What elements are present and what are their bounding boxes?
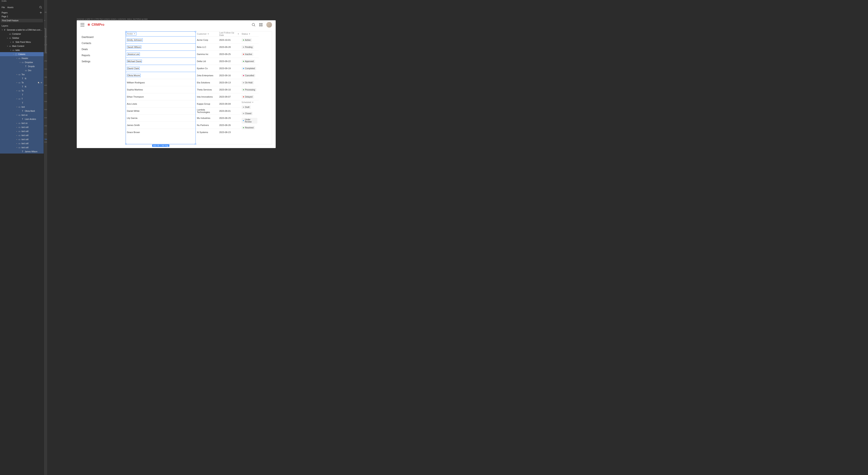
status-text: Processing (245, 89, 255, 91)
table-cell: 2023-09-10 (218, 86, 240, 93)
table-cell: Delta Ltd (196, 58, 218, 65)
assets-tab[interactable]: Assets (7, 6, 13, 8)
column-avatar[interactable]: 503 Fill × 760 Hug Avatar ▼ Emily Johnso… (126, 31, 196, 144)
layer-t-child[interactable]: T (0, 101, 44, 105)
avatar-name: Emily Johnson (127, 38, 143, 42)
layer-olivia[interactable]: T Olivia Marti (0, 109, 44, 113)
layer-label: N (25, 77, 26, 80)
layer-header[interactable]: ▾▭ Header (0, 56, 44, 60)
layer-textce1[interactable]: ▾▭ text ce (0, 113, 44, 117)
file-tab[interactable]: File (2, 6, 5, 8)
resize-handle[interactable] (125, 143, 126, 145)
th-label: Status (242, 33, 248, 35)
crm-table: 503 Fill × 760 Hug Avatar ▼ Emily Johnso… (125, 31, 272, 144)
scrollbar-thumb[interactable] (45, 28, 46, 53)
hide-icon[interactable] (40, 82, 42, 83)
chevron-down-icon: ▼ (249, 33, 250, 35)
layer-label: text cell (22, 142, 28, 145)
layer-label: Dro (28, 69, 31, 72)
cursor-icon (38, 81, 40, 83)
layer-frame[interactable]: ▾# Generate a table for a CRM that conta… (0, 28, 44, 32)
layer-n2[interactable]: T N (0, 84, 44, 89)
status-text: Delayed (245, 96, 252, 98)
avatar-name: Olivia Moore (127, 74, 141, 77)
layer-t[interactable]: ▾▭ T (0, 97, 44, 101)
th-date[interactable]: Last Follow-Up Date ▼ (218, 31, 240, 36)
search-icon[interactable] (252, 23, 255, 27)
layer-sidepanel[interactable]: ▸≡ Side Panel Menu (0, 40, 44, 44)
sidebar-item-deals[interactable]: Deals (81, 46, 123, 52)
layer-tex[interactable]: ▾▭ Tex (0, 72, 44, 76)
status-dot (243, 75, 244, 76)
layer-column-selected[interactable]: ▾⬚ Column (0, 52, 44, 56)
sidebar-item-dashboard[interactable]: Dashboard (81, 34, 123, 40)
status-dropdown-open[interactable]: Scheduled ▼ (240, 100, 255, 104)
column-status: Status ▼ Active Pending Inactive Approve… (240, 31, 258, 144)
crm-sidebar: Dashboard Contacts Deals Reports Setting… (81, 31, 123, 144)
status-menu-item[interactable]: Under Review (240, 117, 258, 124)
add-page-button[interactable] (39, 11, 42, 14)
ruler-tick: -50 (44, 11, 47, 13)
status-menu-item[interactable]: Resolved (240, 124, 258, 131)
layer-cell6[interactable]: ▾▭ text cell (0, 145, 44, 149)
layer-dropdo[interactable]: T Dropdo (0, 64, 44, 68)
frame-title[interactable]: Generate a table for a CRM that contains… (77, 18, 148, 20)
layer-label: Generate a table for a CRM that contains… (7, 29, 42, 31)
sidebar-item-settings[interactable]: Settings (81, 59, 123, 65)
page-item[interactable]: Page 1 (0, 14, 44, 19)
layer-liam[interactable]: T Liam Anders (0, 117, 44, 121)
layer-james[interactable]: T James Wilson (0, 149, 44, 154)
status-dot (243, 54, 244, 55)
layer-label: T (22, 98, 23, 100)
status-badge: On Hold (242, 81, 254, 84)
layer-cell4[interactable]: ▸▭ text cell (0, 137, 44, 141)
layer-label: Tex (22, 73, 25, 76)
search-icon[interactable] (39, 6, 42, 9)
status-menu-item[interactable]: Closed (240, 110, 258, 117)
table-cell: Acme Corp (196, 36, 218, 43)
crm-frame[interactable]: ✳ CRMPro Dashboard Contacts Deals Report… (77, 20, 276, 148)
layer-table[interactable]: ▾▭ table (0, 48, 44, 52)
sidebar-item-contacts[interactable]: Contacts (81, 40, 123, 46)
user-avatar[interactable] (266, 22, 272, 28)
layer-te2-child[interactable]: T (0, 93, 44, 97)
layer-cell5[interactable]: ▸▭ text cell (0, 141, 44, 145)
layer-te1[interactable]: ▾▭ Te (0, 80, 44, 84)
table-cell: 2023-10-01 (218, 36, 240, 43)
layer-maincontent[interactable]: ▾▭ Main Content (0, 44, 44, 48)
sidebar-item-reports[interactable]: Reports (81, 52, 123, 59)
avatar-name: David Clark (127, 67, 140, 70)
status-menu-item[interactable]: Draft (240, 104, 258, 110)
column-date: Last Follow-Up Date ▼ 2023-10-01 2023-09… (218, 31, 240, 144)
page-item[interactable]: First Draft Feature (1, 19, 43, 22)
layer-label: text cell (22, 134, 28, 136)
layer-te2[interactable]: ▾▭ Te (0, 89, 44, 93)
table-cell: Grace Brown (126, 129, 196, 136)
status-dot (243, 89, 244, 90)
layers-scrollbar[interactable] (45, 28, 46, 158)
layer-textce2[interactable]: ▸▭ text ce (0, 121, 44, 125)
avatar-header-selected[interactable]: Avatar ▼ (126, 32, 136, 35)
status-badge: Delayed (242, 95, 254, 99)
grid-icon[interactable] (259, 23, 263, 27)
layer-cell2[interactable]: ▸▭ text cell (0, 129, 44, 133)
layer-dro[interactable]: ▭ Dro (0, 68, 44, 72)
layer-cell1[interactable]: ▸▭ text cell (0, 125, 44, 129)
table-cell: Nu Partners (196, 122, 218, 129)
table-cell: 2023-09-07 (218, 93, 240, 100)
layer-label: N (25, 86, 26, 88)
layer-container[interactable]: ▭ Container (0, 32, 44, 36)
layer-n1[interactable]: T N (0, 76, 44, 80)
menu-icon[interactable] (81, 23, 85, 26)
table-cell: Active (240, 36, 258, 43)
th-customer[interactable]: Customer ▼ (196, 31, 218, 36)
th-status[interactable]: Status ▼ (240, 31, 258, 36)
layer-cell3[interactable]: ▸▭ text cell (0, 133, 44, 137)
svg-rect-9 (261, 25, 262, 26)
layer-text[interactable]: ▾▭ text (0, 105, 44, 109)
table-cell: Xi Systems (196, 129, 218, 136)
layer-sidebar[interactable]: ▸▭ Sidebar (0, 36, 44, 40)
figma-canvas[interactable]: Generate a table for a CRM that contains… (48, 0, 301, 165)
layer-dropdow[interactable]: ▾▭ Dropdow (0, 60, 44, 64)
layer-label: text (22, 106, 25, 108)
